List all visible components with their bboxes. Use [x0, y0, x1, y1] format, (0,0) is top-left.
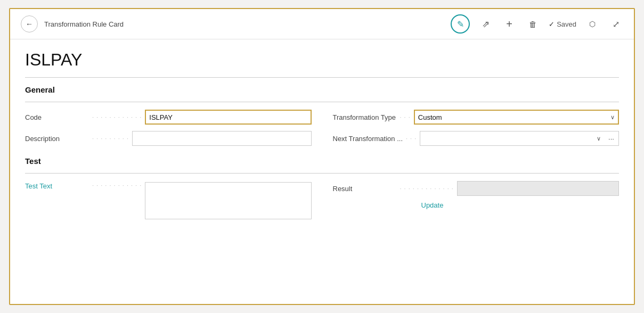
share-icon: ⇗	[482, 19, 490, 30]
test-text-label: Test Text	[25, 182, 89, 190]
transformation-type-dots: · · ·	[400, 114, 411, 120]
next-transformation-wrapper: ∨ ···	[420, 131, 619, 146]
expand-button[interactable]: ⤢	[608, 17, 623, 31]
result-label: Result	[333, 185, 397, 193]
ellipsis-icon: ···	[608, 135, 614, 143]
test-text-input[interactable]	[145, 182, 311, 219]
description-input[interactable]	[132, 131, 312, 146]
content-area: ISLPAY General Code · · · · · · · · · · …	[10, 39, 634, 304]
result-value	[457, 181, 619, 196]
page-title: ISLPAY	[25, 50, 619, 70]
result-section: Result · · · · · · · · · · · · · Update	[333, 181, 619, 219]
code-row: Code · · · · · · · · · · · ·	[25, 110, 312, 125]
transformation-type-label: Transformation Type	[333, 113, 397, 121]
description-label: Description	[25, 135, 89, 143]
saved-text: Saved	[557, 20, 576, 28]
general-section-label: General	[25, 85, 619, 94]
transformation-type-dropdown[interactable]: Custom ∨	[414, 110, 619, 125]
external-link-button[interactable]: ⬡	[585, 17, 600, 31]
description-row: Description · · · · · · · · ·	[25, 131, 312, 146]
right-col: Transformation Type · · · Custom ∨ Next …	[333, 110, 619, 146]
edit-icon: ✎	[457, 19, 464, 29]
next-transformation-browse-button[interactable]: ···	[604, 131, 619, 146]
update-button[interactable]: Update	[421, 201, 444, 209]
transformation-type-value: Custom	[418, 113, 442, 121]
external-icon: ⬡	[589, 20, 596, 28]
header: ← Transformation Rule Card ✎ ⇗ + 🗑 ✓ Sav…	[10, 9, 634, 39]
header-title: Transformation Rule Card	[44, 20, 124, 28]
result-dots: · · · · · · · · · · · · ·	[400, 185, 454, 192]
test-divider	[25, 173, 619, 174]
test-section-label: Test	[25, 156, 619, 166]
page-container: ← Transformation Rule Card ✎ ⇗ + 🗑 ✓ Sav…	[9, 8, 635, 305]
title-divider	[25, 77, 619, 78]
result-row: Result · · · · · · · · · · · · ·	[333, 181, 619, 196]
add-button[interactable]: +	[502, 17, 517, 31]
update-row: Update	[397, 200, 619, 210]
test-text-row: Test Text · · · · · · · · · · · ·	[25, 181, 312, 219]
back-icon: ←	[26, 20, 33, 28]
next-transformation-label: Next Transformation ...	[333, 135, 403, 143]
saved-check-icon: ✓	[549, 20, 555, 28]
test-section: Test Test Text · · · · · · · · · · · · R…	[25, 156, 619, 219]
test-text-dots: · · · · · · · · · · · ·	[92, 182, 142, 188]
header-actions: ✎ ⇗ + 🗑 ✓ Saved ⬡ ⤢	[451, 14, 623, 34]
code-label: Code	[25, 113, 89, 121]
delete-icon: 🗑	[529, 20, 537, 29]
left-col: Code · · · · · · · · · · · · Description…	[25, 110, 312, 146]
share-button[interactable]: ⇗	[478, 17, 493, 31]
delete-button[interactable]: 🗑	[525, 17, 540, 31]
next-transformation-dots: · · ·	[406, 135, 417, 142]
description-dots: · · · · · · · · ·	[92, 135, 129, 142]
next-transformation-row: Next Transformation ... · · · ∨ ···	[333, 131, 619, 146]
code-dots: · · · · · · · · · · · ·	[92, 114, 142, 120]
next-chevron-down-icon: ∨	[597, 135, 601, 142]
add-icon: +	[506, 18, 512, 30]
chevron-down-icon: ∨	[610, 114, 615, 121]
next-transformation-dropdown[interactable]: ∨	[420, 131, 604, 146]
edit-button[interactable]: ✎	[451, 14, 470, 34]
back-button[interactable]: ←	[21, 15, 38, 32]
general-divider	[25, 102, 619, 102]
saved-status: ✓ Saved	[549, 20, 576, 28]
transformation-type-row: Transformation Type · · · Custom ∨	[333, 110, 619, 125]
expand-icon: ⤢	[613, 19, 619, 29]
code-input[interactable]	[145, 110, 311, 125]
